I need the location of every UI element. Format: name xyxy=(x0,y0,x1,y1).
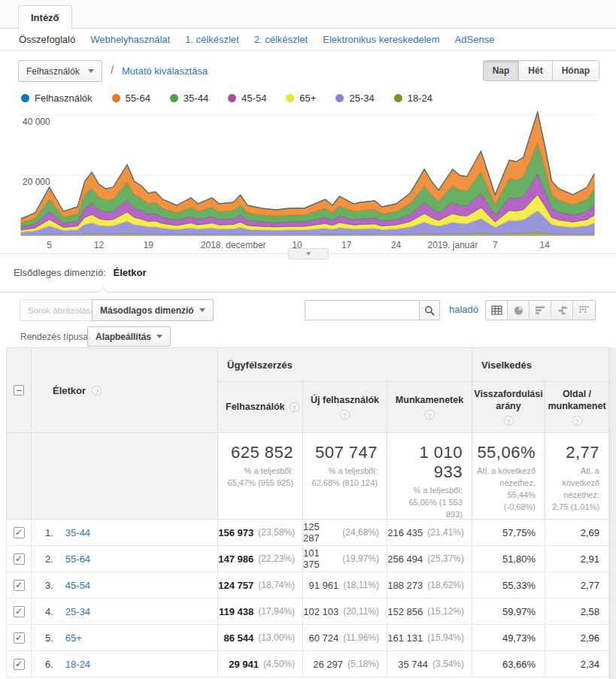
row-checkbox[interactable] xyxy=(14,580,25,591)
summary-bounce-rate: 55,06% Átl. a következő nézethez:55,44% … xyxy=(472,433,545,520)
subnav-goal-set-2[interactable]: 2. célkészlet xyxy=(254,34,308,45)
chart-controls: Felhasználók / Mutató kiválasztása Nap H… xyxy=(0,60,616,83)
metric-selector-label: Felhasználók xyxy=(26,66,80,77)
chevron-down-icon xyxy=(306,253,311,256)
help-icon[interactable]: ? xyxy=(340,410,350,420)
select-all-cell xyxy=(6,348,32,433)
view-comparison-button[interactable] xyxy=(551,301,573,320)
dimension-link[interactable]: 45-54 xyxy=(65,580,90,591)
summary-new-users: 507 747 % a teljesből:62,68% (810 124) xyxy=(303,433,387,520)
legend-dot-55-64 xyxy=(112,94,120,102)
row-checkbox[interactable] xyxy=(14,553,25,565)
new-users-pct: (18,11%) xyxy=(343,580,379,590)
tab-intezo[interactable]: Intéző xyxy=(18,5,72,29)
legend-item-users: Felhasználók xyxy=(21,92,93,104)
row-checkbox[interactable] xyxy=(14,527,25,538)
dimension-column-header[interactable]: Életkor ? xyxy=(32,348,218,433)
subnav-ecommerce[interactable]: Elektronikus kereskedelem xyxy=(323,34,439,45)
summary-sub-value: 2,75 (1,01%) xyxy=(552,502,599,511)
bounce-value: 63,66% xyxy=(502,659,536,670)
view-switcher xyxy=(485,300,596,320)
row-checkbox-cell xyxy=(6,599,32,625)
search-input[interactable] xyxy=(305,300,419,320)
search-button[interactable] xyxy=(419,300,440,320)
sessions-cell: 216 435(21,41%) xyxy=(387,520,472,546)
sessions-pct: (15,12%) xyxy=(427,606,464,617)
help-icon[interactable]: ? xyxy=(425,410,435,420)
subnav-adsense[interactable]: AdSense xyxy=(455,34,495,45)
row-checkbox-cell xyxy=(6,625,32,651)
sort-type-dropdown[interactable]: Alapbeállítás xyxy=(87,326,171,347)
column-header-bounce-rate[interactable]: Visszafordulási arány ? xyxy=(472,382,545,433)
help-icon[interactable]: ? xyxy=(290,402,299,412)
svg-text:19: 19 xyxy=(144,240,154,250)
dimension-link[interactable]: 55-64 xyxy=(65,553,90,565)
pages-cell: 2,77 xyxy=(545,572,609,599)
sessions-pct: (18,62%) xyxy=(427,580,464,590)
svg-text:2019. január: 2019. január xyxy=(427,240,478,250)
row-checkbox[interactable] xyxy=(14,659,25,670)
sessions-value: 35 744 xyxy=(398,659,428,670)
column-label: Visszafordulási arány xyxy=(474,389,542,412)
group-header-acquisition: Ügyfélszerzés xyxy=(218,348,472,382)
sessions-value: 161 131 xyxy=(387,632,423,644)
advanced-search-link[interactable]: haladó xyxy=(449,304,478,315)
plot-rows-button[interactable]: Sorok ábrázolása xyxy=(20,299,104,321)
chart-collapse-button[interactable] xyxy=(288,248,329,259)
legend-label: 25-34 xyxy=(349,92,374,104)
view-performance-button[interactable] xyxy=(530,301,551,320)
legend-label: 45-54 xyxy=(241,92,266,104)
new-users-cell: 26 297(5,18%) xyxy=(303,651,387,677)
row-rank: 5. xyxy=(45,632,53,644)
legend-dot-45-54 xyxy=(228,94,236,102)
new-users-value: 102 103 xyxy=(303,606,338,617)
help-icon[interactable]: ? xyxy=(572,416,582,426)
bounce-cell: 51,80% xyxy=(472,546,545,572)
users-cell: 119 438(17,94%) xyxy=(218,599,303,625)
column-header-sessions[interactable]: Munkamenetek ? xyxy=(387,382,472,433)
subnav-goal-set-1[interactable]: 1. célkészlet xyxy=(185,34,239,45)
pages-value: 2,91 xyxy=(581,553,599,565)
select-all-checkbox[interactable] xyxy=(14,385,24,396)
select-metric-link[interactable]: Mutató kiválasztása xyxy=(122,65,208,77)
row-checkbox[interactable] xyxy=(14,632,25,644)
secondary-dimension-dropdown[interactable]: Másodlagos dimenzió xyxy=(92,299,214,321)
column-header-new-users[interactable]: Új felhasználók ? xyxy=(303,382,387,433)
dimension-link[interactable]: 18-24 xyxy=(65,659,90,670)
table-row: 1.35-44 156 973(23,58%) 125 287(24,68%) … xyxy=(6,520,609,546)
summary-users-value: 625 852 xyxy=(221,443,293,462)
metric-selector-dropdown[interactable]: Felhasználók xyxy=(18,60,102,82)
subnav-summary[interactable]: Összefoglaló xyxy=(19,34,75,45)
legend-item-25-34: 25-34 xyxy=(335,92,374,104)
sessions-value: 188 273 xyxy=(387,580,423,591)
view-percentage-button[interactable] xyxy=(508,301,530,320)
column-header-users[interactable]: Felhasználók ? ↓ xyxy=(218,382,303,433)
row-dimension-cell: 1.35-44 xyxy=(32,520,218,546)
sessions-value: 256 494 xyxy=(387,553,423,565)
view-table-button[interactable] xyxy=(486,301,508,320)
users-cell: 86 544(13,00%) xyxy=(218,625,303,651)
table-header: Életkor ? Ügyfélszerzés Viselkedés Felha… xyxy=(6,347,609,433)
page-right-gutter xyxy=(609,347,616,679)
granularity-month-button[interactable]: Hónap xyxy=(553,61,599,80)
row-dimension-cell: 5.65+ xyxy=(32,625,218,651)
row-checkbox[interactable] xyxy=(14,606,25,617)
granularity-day-button[interactable]: Nap xyxy=(484,61,520,80)
legend-label: 35-44 xyxy=(184,92,208,104)
dimension-link[interactable]: 65+ xyxy=(65,632,82,644)
pages-cell: 2,69 xyxy=(545,520,609,546)
dimension-link[interactable]: 25-34 xyxy=(65,606,90,617)
row-checkbox-cell xyxy=(6,651,32,677)
dimension-link[interactable]: 35-44 xyxy=(65,527,90,538)
sort-toolbar: Rendezés típusa: Alapbeállítás xyxy=(0,326,616,347)
subnav-site-usage[interactable]: Webhelyhasználat xyxy=(90,34,170,45)
help-icon[interactable]: ? xyxy=(92,386,102,396)
granularity-week-button[interactable]: Hét xyxy=(519,61,552,80)
help-icon[interactable]: ? xyxy=(504,416,514,426)
column-header-pages-per-session[interactable]: Oldal / munkamenet ? xyxy=(545,382,609,433)
primary-dimension-active[interactable]: Életkor xyxy=(113,267,146,278)
primary-dimension-label: Elsődleges dimenzió: xyxy=(14,267,106,278)
summary-sessions: 1 010 933 % a teljesből:65,06% (1 553 89… xyxy=(387,433,472,520)
legend-label: 65+ xyxy=(299,92,316,104)
view-pivot-button[interactable] xyxy=(573,301,595,320)
